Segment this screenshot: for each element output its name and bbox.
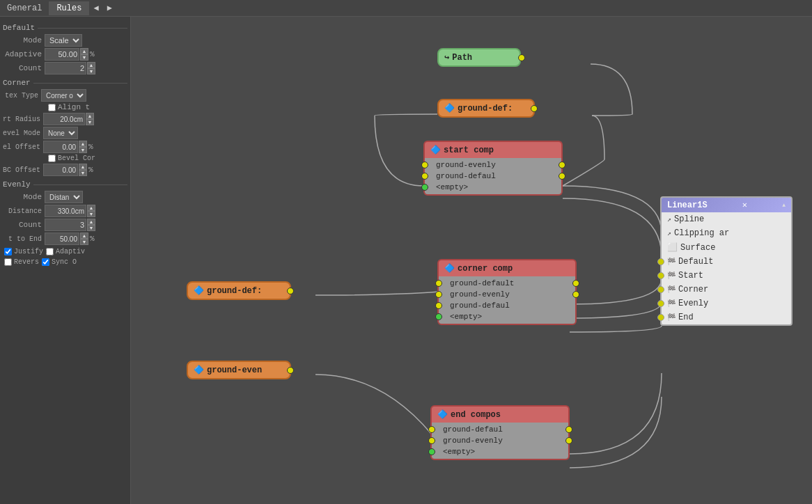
rt-radius-spin-down[interactable]: ▼	[86, 119, 94, 125]
adaptive-evenly-checkbox[interactable]	[46, 248, 54, 255]
corner-port-1-dot[interactable]	[435, 280, 442, 287]
node-ground-def-mid-header[interactable]: 🔷 ground-def:	[187, 281, 291, 300]
path-output-port[interactable]	[518, 54, 525, 61]
spline-label: Spline	[674, 214, 704, 224]
linear-item-corner[interactable]: 🏁 Corner	[662, 283, 791, 297]
el-offset-input[interactable]	[43, 141, 78, 153]
linear-item-start[interactable]: 🏁 Start	[662, 269, 791, 283]
ground-def-mid-label: ground-def:	[207, 286, 262, 296]
ground-def-top-icon: 🔷	[444, 103, 455, 113]
count-row-evenly: Count ▲ ▼	[3, 219, 127, 231]
evenly-mode-label: Mode	[3, 193, 45, 201]
count-spin-down-default[interactable]: ▼	[87, 68, 95, 74]
distance-spin-up[interactable]: ▲	[87, 205, 95, 211]
node-path-header[interactable]: ↪ Path	[437, 48, 521, 67]
vtex-type-select[interactable]: Corner o	[41, 89, 86, 102]
node-ground-even: 🔷 ground-even	[187, 361, 291, 379]
end-port-2-right[interactable]	[565, 437, 572, 444]
tab-arrow-prev[interactable]: ◀	[89, 1, 102, 15]
evenly-mode-select[interactable]: Distan	[45, 191, 83, 203]
start-port-1-right[interactable]	[559, 162, 565, 168]
section-default: Default	[3, 24, 127, 32]
start-port-dot[interactable]	[657, 272, 664, 279]
ground-def-top-output-port[interactable]	[531, 105, 538, 112]
ground-def-mid-output-port[interactable]	[287, 288, 294, 294]
tab-rules[interactable]: Rules	[49, 1, 89, 15]
start-port-2-right[interactable]	[559, 173, 565, 180]
to-end-spin-up[interactable]: ▲	[80, 233, 88, 239]
linear-item-clipping[interactable]: ↗ Clipping ar	[662, 226, 791, 240]
end-port-1-right[interactable]	[565, 426, 572, 433]
evenly-icon: 🏁	[667, 299, 676, 308]
adaptive-spinbox: ▲ ▼	[45, 48, 88, 61]
count-spin-down-evenly[interactable]: ▼	[87, 225, 95, 231]
to-end-spin-down[interactable]: ▼	[80, 239, 88, 245]
node-corner-comp-header[interactable]: 🔷 corner comp	[437, 259, 577, 276]
end-port-1-dot[interactable]	[428, 426, 435, 433]
adaptive-evenly-label: Adaptiv	[56, 248, 85, 255]
node-ground-def-top-header[interactable]: 🔷 ground-def:	[437, 99, 535, 118]
linear-item-surface[interactable]: ⬜ Surface	[662, 240, 791, 255]
corner-port-dot[interactable]	[657, 286, 664, 293]
bc-offset-spin-up[interactable]: ▲	[79, 164, 87, 170]
ground-even-output-port[interactable]	[287, 367, 294, 374]
corner-port-1-right[interactable]	[572, 280, 579, 287]
linear-panel-close[interactable]: ✕	[742, 200, 747, 210]
node-start-comp-header[interactable]: 🔷 start comp	[423, 141, 563, 158]
adaptive-label: Adaptive	[3, 50, 45, 58]
evenly-port-dot[interactable]	[657, 300, 664, 307]
el-offset-spin-down[interactable]: ▼	[79, 147, 87, 153]
adaptive-row: Adaptive ▲ ▼ %	[3, 48, 127, 61]
justify-checkbox[interactable]	[4, 248, 12, 255]
ground-def-mid-icon: 🔷	[194, 285, 204, 296]
start-port-3-dot[interactable]	[421, 184, 428, 191]
adaptive-spin-down[interactable]: ▼	[80, 54, 88, 61]
bc-offset-input[interactable]	[43, 164, 78, 176]
node-ground-even-header[interactable]: 🔷 ground-even	[187, 361, 291, 379]
end-port-2-dot[interactable]	[428, 437, 435, 444]
start-port-1-dot[interactable]	[421, 162, 428, 168]
tab-arrow-next[interactable]: ▶	[103, 1, 116, 15]
end-port-dot[interactable]	[657, 314, 664, 321]
linear-item-spline[interactable]: ↗ Spline	[662, 212, 791, 226]
rt-radius-input[interactable]	[43, 113, 85, 125]
adaptive-input[interactable]	[45, 48, 79, 61]
corner-port-3-dot[interactable]	[435, 302, 442, 309]
mode-select[interactable]: Scale	[45, 34, 82, 47]
distance-input[interactable]	[45, 205, 86, 217]
bc-offset-spin-down[interactable]: ▼	[79, 170, 87, 176]
evenly-label: Evenly	[678, 299, 708, 308]
sync-checkbox[interactable]	[42, 258, 49, 266]
justify-row: Justify	[4, 248, 43, 255]
el-offset-spin-up[interactable]: ▲	[79, 141, 87, 147]
evel-mode-select[interactable]: None	[43, 127, 78, 139]
default-port-dot[interactable]	[657, 258, 664, 265]
align-checkbox[interactable]	[48, 104, 56, 111]
mode-row: Mode Scale	[3, 34, 127, 47]
linear-item-evenly[interactable]: 🏁 Evenly	[662, 297, 791, 310]
count-row-default: Count ▲ ▼	[3, 62, 127, 74]
count-spin-up-default[interactable]: ▲	[87, 62, 95, 68]
adaptive-spin-up[interactable]: ▲	[80, 48, 88, 54]
start-port-2-dot[interactable]	[421, 173, 428, 180]
rt-radius-spin-up[interactable]: ▲	[86, 113, 94, 119]
distance-spin-down[interactable]: ▼	[87, 211, 95, 217]
ground-def-top-label: ground-def:	[458, 104, 513, 113]
count-input-default[interactable]	[45, 62, 86, 74]
linear-item-default[interactable]: 🏁 Default	[662, 255, 791, 269]
node-end-comp-header[interactable]: 🔷 end compos	[430, 405, 570, 423]
count-spin-up-evenly[interactable]: ▲	[87, 219, 95, 225]
corner-port-2-dot[interactable]	[435, 291, 442, 298]
reverse-checkbox[interactable]	[4, 258, 12, 266]
corner-port-4-dot[interactable]	[435, 313, 442, 320]
linear-item-end[interactable]: 🏁 End	[662, 310, 791, 324]
corner-port-2-right[interactable]	[572, 291, 579, 298]
tab-general[interactable]: General	[0, 1, 49, 15]
vtex-type-label: tex Type	[3, 92, 41, 100]
count-input-evenly[interactable]	[45, 219, 86, 231]
to-end-input[interactable]	[45, 233, 79, 245]
linear-panel-header[interactable]: Linear1S ✕ ▲	[662, 198, 791, 212]
end-port-3-dot[interactable]	[428, 448, 435, 455]
default-icon: 🏁	[667, 258, 676, 266]
bevel-cor-checkbox[interactable]	[48, 155, 56, 162]
